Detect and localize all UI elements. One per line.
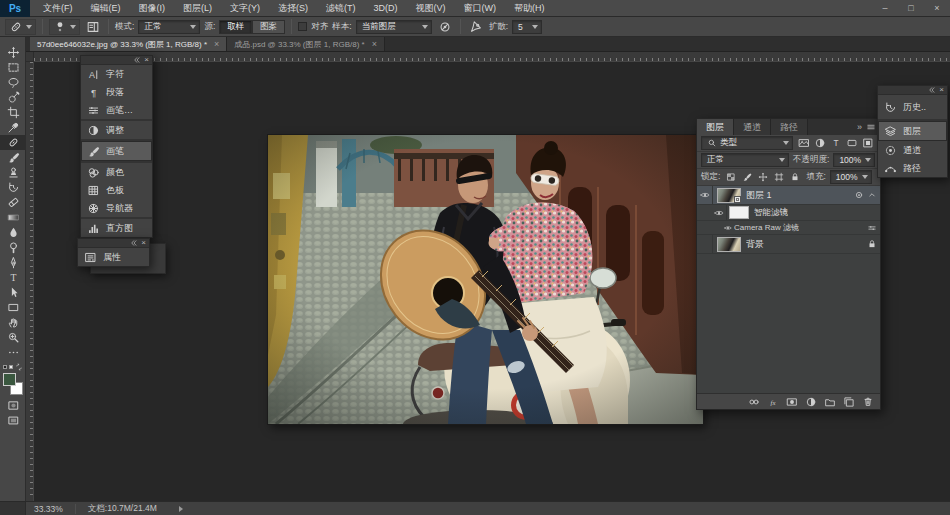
minimize-button[interactable]: –: [872, 0, 898, 17]
tool-eraser[interactable]: [0, 195, 26, 210]
menu-item-6[interactable]: 选择(S): [269, 0, 317, 17]
tool-crop[interactable]: [0, 105, 26, 120]
close-button[interactable]: ×: [924, 0, 950, 17]
smart-object-filter-button[interactable]: [861, 136, 875, 150]
filter-blend-icon[interactable]: [867, 223, 877, 233]
sample-select[interactable]: 当前图层: [356, 20, 432, 34]
layers-panel-tab-3[interactable]: 路径: [771, 119, 808, 135]
panel-menu-icon[interactable]: [866, 122, 876, 132]
fill-select[interactable]: 100%: [830, 170, 872, 184]
lock-transparent-button[interactable]: [724, 170, 738, 184]
quick-mask-button[interactable]: [0, 398, 26, 413]
smart-filter-item-row[interactable]: Camera Raw 滤镜: [697, 221, 880, 235]
zoom-level[interactable]: 33.33%: [26, 504, 71, 514]
opacity-select[interactable]: 100%: [833, 153, 875, 167]
ruler-corner[interactable]: [26, 52, 34, 62]
tool-clone-stamp[interactable]: [0, 165, 26, 180]
panel-button-history-panel[interactable]: 历史..: [878, 95, 947, 119]
blend-mode-select[interactable]: 正常: [701, 153, 789, 167]
tool-brush[interactable]: [0, 150, 26, 165]
close-icon[interactable]: ×: [939, 86, 944, 94]
mode-select[interactable]: 正常: [138, 20, 200, 34]
tool-type[interactable]: T: [0, 270, 26, 285]
layer-style-button[interactable]: fx: [766, 395, 779, 408]
lock-paint-button[interactable]: [740, 170, 754, 184]
type-filter-button[interactable]: T: [829, 136, 843, 150]
tool-marquee[interactable]: [0, 60, 26, 75]
document-tab-1[interactable]: 57d0ee646032e.jpg @ 33.3% (图层 1, RGB/8) …: [30, 37, 227, 51]
panel-button-brush-settings-panel[interactable]: 画笔…: [81, 101, 152, 119]
collapse-up-icon[interactable]: [867, 190, 877, 200]
panel-button-adjustments-panel[interactable]: 调整: [81, 121, 152, 139]
tool-lasso[interactable]: [0, 75, 26, 90]
tool-healing-brush[interactable]: [0, 135, 26, 150]
visibility-toggle[interactable]: [721, 221, 734, 234]
delete-layer-button[interactable]: [861, 395, 874, 408]
brush-preset-picker[interactable]: [49, 19, 80, 35]
diffusion-select[interactable]: 5: [512, 20, 542, 34]
menu-item-3[interactable]: 图像(I): [130, 0, 175, 17]
tool-blur[interactable]: [0, 225, 26, 240]
edit-toolbar-button[interactable]: [0, 345, 26, 360]
menu-item-8[interactable]: 3D(D): [365, 0, 407, 17]
panel-button-paragraph-panel[interactable]: ¶段落: [81, 83, 152, 101]
panel-button-character-panel[interactable]: A字符: [81, 65, 152, 83]
panel-button-histogram-panel[interactable]: 直方图: [81, 219, 152, 237]
tool-path-selection[interactable]: [0, 285, 26, 300]
shape-filter-button[interactable]: [845, 136, 859, 150]
tool-zoom[interactable]: [0, 330, 26, 345]
foreground-color-swatch[interactable]: [3, 373, 16, 386]
panel-button-brush-panel[interactable]: 画笔: [81, 141, 152, 161]
menu-item-10[interactable]: 窗口(W): [455, 0, 506, 17]
close-icon[interactable]: ×: [144, 56, 149, 64]
menu-item-5[interactable]: 文字(Y): [221, 0, 269, 17]
status-options-arrow-icon[interactable]: [179, 506, 183, 512]
smart-filter-icon[interactable]: [854, 190, 864, 200]
source-图案-button[interactable]: 图案: [252, 20, 285, 34]
default-colors-icon[interactable]: [3, 365, 7, 369]
layer-thumbnail[interactable]: [717, 188, 741, 203]
smart-filters-row[interactable]: 智能滤镜: [697, 205, 880, 221]
visibility-toggle[interactable]: [711, 205, 727, 220]
tool-move[interactable]: [0, 45, 26, 60]
new-layer-button[interactable]: [842, 395, 855, 408]
filter-mask-thumbnail[interactable]: [729, 206, 749, 219]
menu-item-11[interactable]: 帮助(H): [505, 0, 554, 17]
tool-preset-picker[interactable]: [5, 19, 36, 35]
source-取样-button[interactable]: 取样: [219, 20, 252, 34]
vertical-ruler[interactable]: [26, 62, 34, 501]
link-layers-button[interactable]: [747, 395, 760, 408]
screen-mode-button[interactable]: [0, 413, 26, 428]
menu-item-9[interactable]: 视图(V): [407, 0, 455, 17]
panel-button-swatches-panel[interactable]: 色板: [81, 181, 152, 199]
pixel-filter-button[interactable]: [797, 136, 811, 150]
layer-mask-button[interactable]: [785, 395, 798, 408]
layer-group-button[interactable]: [823, 395, 836, 408]
tool-history-brush[interactable]: [0, 180, 26, 195]
adjustment-layer-button[interactable]: [804, 395, 817, 408]
collapse-to-icons-icon[interactable]: »: [857, 122, 861, 132]
swap-colors-icon[interactable]: [15, 363, 23, 371]
pen-pressure-button[interactable]: [467, 19, 485, 35]
maximize-button[interactable]: □: [898, 0, 924, 17]
ignore-adjustments-button[interactable]: [436, 19, 454, 35]
layer-row[interactable]: 图层 1: [697, 186, 880, 205]
tool-eyedropper[interactable]: [0, 120, 26, 135]
tool-gradient[interactable]: [0, 210, 26, 225]
panel-button-channels-panel[interactable]: 通道: [878, 141, 947, 159]
layer-row[interactable]: 背景: [697, 235, 880, 254]
tool-pen[interactable]: [0, 255, 26, 270]
close-icon[interactable]: ×: [141, 239, 146, 247]
menu-item-2[interactable]: 编辑(E): [82, 0, 130, 17]
tab-close-icon[interactable]: ×: [372, 39, 377, 49]
align-checkbox[interactable]: [298, 22, 307, 31]
panel-button-color-panel[interactable]: 颜色: [81, 163, 152, 181]
filter-kind-select[interactable]: 类型: [701, 136, 793, 150]
tool-dodge[interactable]: [0, 240, 26, 255]
toggle-brush-panel-button[interactable]: [84, 19, 102, 35]
lock-position-button[interactable]: [756, 170, 770, 184]
panel-button-paths-panel[interactable]: 路径: [878, 159, 947, 177]
adjustment-filter-button[interactable]: [813, 136, 827, 150]
document-tab-2[interactable]: 成品.psd @ 33.3% (图层 1, RGB/8) *×: [227, 37, 385, 51]
horizontal-ruler[interactable]: [34, 52, 950, 62]
